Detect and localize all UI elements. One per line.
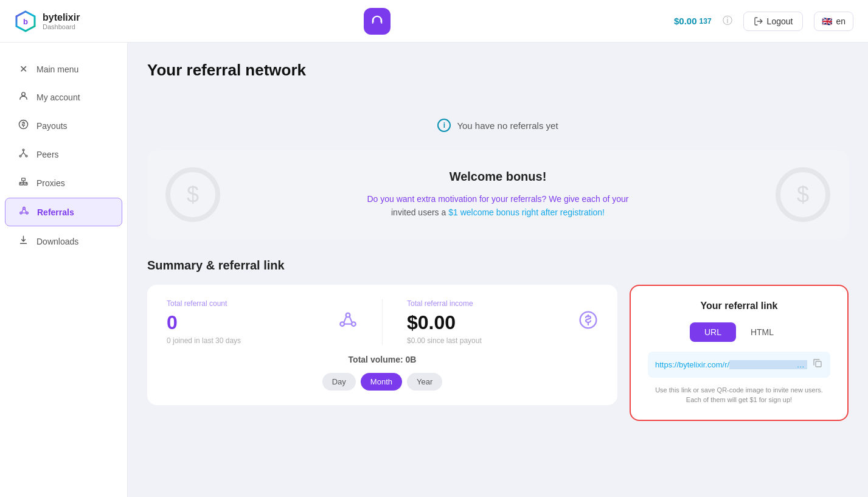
svg-point-16	[580, 311, 597, 328]
income-icon	[578, 310, 598, 334]
svg-rect-9	[21, 178, 25, 181]
sidebar-item-payouts[interactable]: Payouts	[5, 112, 122, 139]
svg-rect-17	[816, 361, 821, 367]
referral-count-sub: 0 joined in last 30 days	[167, 336, 314, 345]
svg-text:b: b	[23, 17, 28, 26]
welcome-desc: Do you want extra motivation for your re…	[346, 192, 650, 220]
logo-area: b bytelixir Dashboard	[15, 10, 80, 32]
header: b bytelixir Dashboard $0.00137 ⓘ Logout …	[0, 0, 868, 43]
welcome-desc-line2: invited users a	[391, 207, 448, 217]
referral-count-value: 0	[167, 311, 314, 334]
sidebar-item-peers[interactable]: Peers	[5, 141, 122, 168]
no-referrals-notice: i You have no referrals yet	[147, 94, 849, 150]
volume-label: Total volume:	[349, 355, 403, 364]
headset-icon	[370, 15, 384, 28]
ref-tab-html[interactable]: HTML	[736, 322, 788, 342]
page-title: Your referral network	[147, 61, 849, 80]
sidebar-item-label: Payouts	[36, 121, 68, 131]
close-icon: ✕	[17, 63, 29, 75]
dollar-icon	[17, 119, 29, 132]
period-month-button[interactable]: Month	[361, 373, 402, 391]
sidebar-item-label: Main menu	[36, 64, 78, 74]
referral-link-input-row: https://bytelixir.com/r/████████████████	[648, 352, 830, 378]
flag-icon: 🇬🇧	[822, 16, 832, 26]
sidebar-item-referrals[interactable]: Referrals	[5, 198, 122, 226]
welcome-desc-blue: $1 welcome bonus right after registratio…	[448, 207, 605, 217]
referral-link-card: Your referral link URL HTML https://byte…	[630, 285, 849, 421]
logo-subtitle: Dashboard	[43, 23, 80, 30]
period-buttons: Day Month Year	[167, 373, 598, 391]
proxies-icon	[17, 176, 29, 189]
referral-count-icon	[338, 310, 358, 334]
logo-name: bytelixir	[43, 12, 80, 23]
balance-info-icon[interactable]: ⓘ	[723, 15, 732, 27]
welcome-desc-purple: Do you want extra motivation for your re…	[367, 194, 628, 204]
stats-row: Total referral count 0 0 joined in last …	[167, 299, 598, 345]
total-referral-income: Total referral income $0.00 $0.00 since …	[407, 299, 554, 345]
referral-link-title: Your referral link	[648, 301, 830, 311]
ref-tab-url[interactable]: URL	[690, 322, 736, 342]
info-circle-icon: i	[437, 119, 451, 132]
referral-hint: Use this link or save QR-code image to i…	[648, 385, 830, 405]
period-day-button[interactable]: Day	[322, 373, 356, 391]
main-layout: ✕ Main menu My account Payouts	[0, 0, 868, 497]
referral-count-label: Total referral count	[167, 299, 314, 308]
sidebar: ✕ Main menu My account Payouts	[0, 43, 128, 497]
income-sub: $0.00 since last payout	[407, 336, 554, 345]
sidebar-item-downloads[interactable]: Downloads	[5, 228, 122, 255]
income-value: $0.00	[407, 311, 554, 334]
summary-title: Summary & referral link	[147, 259, 849, 273]
coin-left-icon: $	[165, 167, 220, 222]
sidebar-item-label: Peers	[36, 150, 59, 159]
stats-card: Total referral count 0 0 joined in last …	[147, 285, 617, 405]
logout-icon	[754, 16, 763, 26]
sidebar-item-proxies[interactable]: Proxies	[5, 169, 122, 196]
no-referrals-text: You have no referrals yet	[457, 120, 558, 131]
balance-display: $0.00137	[674, 16, 712, 26]
user-icon	[17, 91, 29, 103]
sidebar-item-main-menu[interactable]: ✕ Main menu	[5, 56, 122, 82]
welcome-title: Welcome bonus!	[196, 170, 800, 184]
sidebar-item-label: Proxies	[36, 178, 65, 188]
total-referral-count: Total referral count 0 0 joined in last …	[167, 299, 314, 345]
language-button[interactable]: 🇬🇧 en	[814, 12, 853, 31]
header-center	[80, 8, 674, 35]
logout-button[interactable]: Logout	[743, 12, 804, 31]
sidebar-item-label: Referrals	[37, 207, 74, 217]
volume-value: 0B	[405, 355, 416, 364]
balance-value: $0.00	[674, 16, 697, 26]
support-button[interactable]	[364, 8, 391, 35]
sidebar-item-my-account[interactable]: My account	[5, 83, 122, 111]
svg-point-3	[19, 120, 27, 128]
coin-right-icon: $	[776, 167, 830, 222]
total-volume-row: Total volume: 0B	[167, 355, 598, 364]
sidebar-item-label: Downloads	[36, 237, 78, 246]
peers-icon	[17, 148, 29, 161]
stat-divider	[382, 299, 383, 345]
header-right: $0.00137 ⓘ Logout 🇬🇧 en	[674, 12, 853, 31]
summary-grid: Total referral count 0 0 joined in last …	[147, 285, 849, 421]
referral-link-tabs: URL HTML	[648, 322, 830, 342]
logo-icon: b	[15, 10, 36, 32]
sidebar-item-label: My account	[36, 92, 80, 102]
copy-button[interactable]	[812, 358, 823, 372]
balance-suffix: 137	[700, 17, 712, 26]
income-label: Total referral income	[407, 299, 554, 308]
referrals-icon	[18, 206, 30, 218]
welcome-banner: $ Welcome bonus! Do you want extra motiv…	[147, 150, 849, 239]
main-content: Your referral network i You have no refe…	[128, 43, 868, 497]
referral-url-display: https://bytelixir.com/r/████████████████	[655, 360, 807, 369]
period-year-button[interactable]: Year	[407, 373, 442, 391]
download-icon	[17, 235, 29, 248]
svg-point-2	[21, 92, 25, 96]
